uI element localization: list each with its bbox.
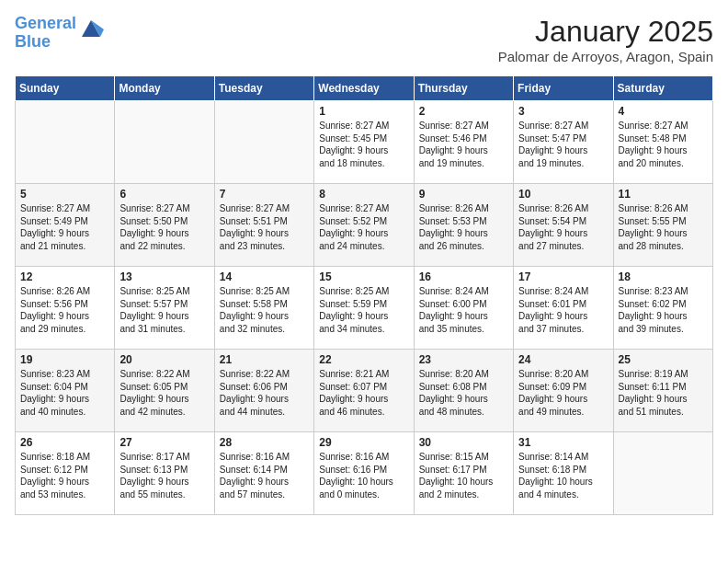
day-content: Sunrise: 8:26 AM Sunset: 5:53 PM Dayligh… (419, 202, 508, 252)
day-number: 18 (619, 270, 708, 283)
day-number: 2 (419, 105, 508, 118)
calendar-cell: 7Sunrise: 8:27 AM Sunset: 5:51 PM Daylig… (214, 184, 313, 267)
day-number: 15 (319, 270, 408, 283)
page-title: January 2025 (498, 15, 713, 49)
day-number: 3 (518, 105, 608, 118)
calendar-cell: 28Sunrise: 8:16 AM Sunset: 6:14 PM Dayli… (214, 432, 313, 515)
calendar-cell: 23Sunrise: 8:20 AM Sunset: 6:08 PM Dayli… (414, 350, 513, 432)
day-content: Sunrise: 8:16 AM Sunset: 6:16 PM Dayligh… (319, 451, 408, 500)
calendar-cell: 29Sunrise: 8:16 AM Sunset: 6:16 PM Dayli… (314, 432, 414, 515)
day-content: Sunrise: 8:27 AM Sunset: 5:52 PM Dayligh… (319, 202, 408, 252)
day-number: 23 (419, 353, 508, 366)
title-block: January 2025 Palomar de Arroyos, Aragon,… (498, 15, 713, 64)
day-content: Sunrise: 8:27 AM Sunset: 5:46 PM Dayligh… (419, 120, 508, 169)
day-content: Sunrise: 8:27 AM Sunset: 5:47 PM Dayligh… (518, 120, 608, 169)
day-number: 27 (119, 436, 209, 449)
logo-general: General (15, 14, 76, 32)
day-content: Sunrise: 8:21 AM Sunset: 6:07 PM Dayligh… (319, 368, 408, 418)
calendar-cell: 26Sunrise: 8:18 AM Sunset: 6:12 PM Dayli… (16, 432, 115, 515)
calendar-cell: 18Sunrise: 8:23 AM Sunset: 6:02 PM Dayli… (613, 267, 712, 350)
logo-text: General Blue (15, 15, 76, 52)
day-content: Sunrise: 8:15 AM Sunset: 6:17 PM Dayligh… (419, 451, 508, 500)
day-number: 13 (119, 270, 209, 283)
day-content: Sunrise: 8:20 AM Sunset: 6:08 PM Dayligh… (419, 368, 508, 418)
day-content: Sunrise: 8:17 AM Sunset: 6:13 PM Dayligh… (119, 451, 209, 500)
weekday-header: Friday (514, 76, 613, 101)
day-content: Sunrise: 8:27 AM Sunset: 5:50 PM Dayligh… (119, 202, 209, 252)
day-number: 6 (119, 188, 209, 201)
day-number: 20 (119, 353, 209, 366)
calendar-cell: 16Sunrise: 8:24 AM Sunset: 6:00 PM Dayli… (414, 267, 513, 350)
calendar-cell: 22Sunrise: 8:21 AM Sunset: 6:07 PM Dayli… (314, 350, 414, 432)
day-number: 16 (419, 270, 508, 283)
calendar-week-row: 1Sunrise: 8:27 AM Sunset: 5:45 PM Daylig… (16, 101, 713, 184)
weekday-header: Sunday (16, 76, 115, 101)
day-content: Sunrise: 8:16 AM Sunset: 6:14 PM Dayligh… (220, 451, 309, 500)
calendar-cell: 24Sunrise: 8:20 AM Sunset: 6:09 PM Dayli… (514, 350, 613, 432)
calendar-cell: 27Sunrise: 8:17 AM Sunset: 6:13 PM Dayli… (115, 432, 214, 515)
calendar-cell (214, 101, 313, 184)
calendar-week-row: 12Sunrise: 8:26 AM Sunset: 5:56 PM Dayli… (16, 267, 713, 350)
calendar-cell: 30Sunrise: 8:15 AM Sunset: 6:17 PM Dayli… (414, 432, 513, 515)
day-number: 11 (619, 188, 708, 201)
weekday-header: Monday (115, 76, 214, 101)
day-number: 7 (220, 188, 309, 201)
calendar-week-row: 19Sunrise: 8:23 AM Sunset: 6:04 PM Dayli… (16, 350, 713, 432)
calendar-cell: 6Sunrise: 8:27 AM Sunset: 5:50 PM Daylig… (115, 184, 214, 267)
calendar-cell: 10Sunrise: 8:26 AM Sunset: 5:54 PM Dayli… (514, 184, 613, 267)
calendar-cell: 12Sunrise: 8:26 AM Sunset: 5:56 PM Dayli… (16, 267, 115, 350)
day-content: Sunrise: 8:19 AM Sunset: 6:11 PM Dayligh… (619, 368, 708, 418)
day-content: Sunrise: 8:22 AM Sunset: 6:06 PM Dayligh… (220, 368, 309, 418)
page-header: General Blue January 2025 Palomar de Arr… (15, 15, 713, 64)
day-content: Sunrise: 8:27 AM Sunset: 5:49 PM Dayligh… (20, 202, 109, 252)
weekday-header: Thursday (414, 76, 513, 101)
weekday-header: Wednesday (314, 76, 414, 101)
logo-icon (78, 17, 104, 42)
day-content: Sunrise: 8:27 AM Sunset: 5:45 PM Dayligh… (319, 120, 408, 169)
weekday-header-row: SundayMondayTuesdayWednesdayThursdayFrid… (16, 76, 713, 101)
day-number: 19 (20, 353, 109, 366)
day-content: Sunrise: 8:27 AM Sunset: 5:51 PM Dayligh… (220, 202, 309, 252)
calendar-cell (16, 101, 115, 184)
day-content: Sunrise: 8:26 AM Sunset: 5:56 PM Dayligh… (20, 285, 109, 335)
day-number: 26 (20, 436, 109, 449)
logo: General Blue (15, 15, 104, 52)
calendar-cell: 9Sunrise: 8:26 AM Sunset: 5:53 PM Daylig… (414, 184, 513, 267)
day-number: 25 (619, 353, 708, 366)
day-number: 31 (518, 436, 608, 449)
day-number: 12 (20, 270, 109, 283)
calendar-cell: 14Sunrise: 8:25 AM Sunset: 5:58 PM Dayli… (214, 267, 313, 350)
day-number: 21 (220, 353, 309, 366)
day-number: 10 (518, 188, 608, 201)
weekday-header: Saturday (613, 76, 712, 101)
day-number: 9 (419, 188, 508, 201)
day-content: Sunrise: 8:18 AM Sunset: 6:12 PM Dayligh… (20, 451, 109, 500)
calendar-cell: 5Sunrise: 8:27 AM Sunset: 5:49 PM Daylig… (16, 184, 115, 267)
calendar-cell: 13Sunrise: 8:25 AM Sunset: 5:57 PM Dayli… (115, 267, 214, 350)
day-content: Sunrise: 8:23 AM Sunset: 6:04 PM Dayligh… (20, 368, 109, 418)
calendar-week-row: 26Sunrise: 8:18 AM Sunset: 6:12 PM Dayli… (16, 432, 713, 515)
day-number: 8 (319, 188, 408, 201)
calendar-cell: 21Sunrise: 8:22 AM Sunset: 6:06 PM Dayli… (214, 350, 313, 432)
calendar-cell: 2Sunrise: 8:27 AM Sunset: 5:46 PM Daylig… (414, 101, 513, 184)
day-number: 14 (220, 270, 309, 283)
day-number: 4 (619, 105, 708, 118)
day-content: Sunrise: 8:23 AM Sunset: 6:02 PM Dayligh… (619, 285, 708, 335)
calendar-cell: 17Sunrise: 8:24 AM Sunset: 6:01 PM Dayli… (514, 267, 613, 350)
day-content: Sunrise: 8:25 AM Sunset: 5:57 PM Dayligh… (119, 285, 209, 335)
day-content: Sunrise: 8:24 AM Sunset: 6:00 PM Dayligh… (419, 285, 508, 335)
page-subtitle: Palomar de Arroyos, Aragon, Spain (498, 49, 713, 64)
day-number: 30 (419, 436, 508, 449)
weekday-header: Tuesday (214, 76, 313, 101)
day-number: 17 (518, 270, 608, 283)
day-number: 1 (319, 105, 408, 118)
day-content: Sunrise: 8:27 AM Sunset: 5:48 PM Dayligh… (619, 120, 708, 169)
day-number: 22 (319, 353, 408, 366)
day-content: Sunrise: 8:24 AM Sunset: 6:01 PM Dayligh… (518, 285, 608, 335)
day-content: Sunrise: 8:25 AM Sunset: 5:59 PM Dayligh… (319, 285, 408, 335)
calendar-cell: 20Sunrise: 8:22 AM Sunset: 6:05 PM Dayli… (115, 350, 214, 432)
day-number: 5 (20, 188, 109, 201)
day-content: Sunrise: 8:25 AM Sunset: 5:58 PM Dayligh… (220, 285, 309, 335)
calendar-cell: 19Sunrise: 8:23 AM Sunset: 6:04 PM Dayli… (16, 350, 115, 432)
day-number: 28 (220, 436, 309, 449)
